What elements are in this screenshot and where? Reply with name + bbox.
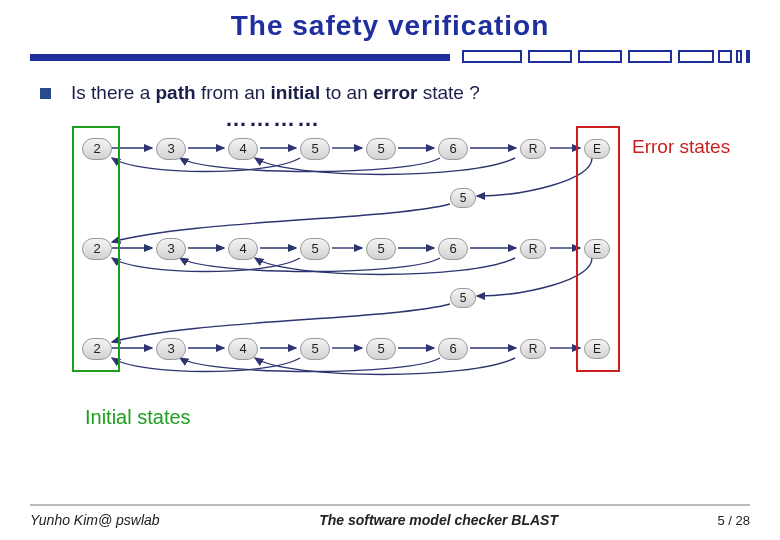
state-node: 3 <box>156 238 186 260</box>
footer: Yunho Kim@ pswlab The software model che… <box>30 504 750 528</box>
state-node: 4 <box>228 138 258 160</box>
state-node: 4 <box>228 238 258 260</box>
state-node: E <box>584 339 610 359</box>
state-node: 2 <box>82 238 112 260</box>
footer-title: The software model checker BLAST <box>160 512 718 528</box>
state-diagram: ………… <box>30 110 750 400</box>
state-node: 2 <box>82 138 112 160</box>
question-text: Is there a path from an initial to an er… <box>40 82 750 104</box>
state-node: 6 <box>438 338 468 360</box>
title-divider <box>30 48 750 64</box>
bridge-node: 5 <box>450 288 476 308</box>
state-node: 4 <box>228 338 258 360</box>
state-node: 5 <box>300 338 330 360</box>
state-node: 6 <box>438 238 468 260</box>
state-node: E <box>584 139 610 159</box>
bridge-node: 5 <box>450 188 476 208</box>
state-node: E <box>584 239 610 259</box>
state-node: 5 <box>366 138 396 160</box>
state-node: 2 <box>82 338 112 360</box>
ellipsis: ………… <box>225 106 321 132</box>
footer-author: Yunho Kim@ pswlab <box>30 512 160 528</box>
state-node: R <box>520 139 546 159</box>
state-node: 5 <box>366 238 396 260</box>
state-node: R <box>520 239 546 259</box>
slide-title: The safety verification <box>30 10 750 42</box>
page-number: 5 / 28 <box>717 513 750 528</box>
state-node: 5 <box>366 338 396 360</box>
state-node: 3 <box>156 138 186 160</box>
state-node: 6 <box>438 138 468 160</box>
bullet-icon <box>40 88 51 99</box>
state-node: 5 <box>300 238 330 260</box>
state-node: 3 <box>156 338 186 360</box>
initial-states-label: Initial states <box>85 406 750 429</box>
state-node: 5 <box>300 138 330 160</box>
state-node: R <box>520 339 546 359</box>
error-states-label: Error states <box>632 136 730 158</box>
